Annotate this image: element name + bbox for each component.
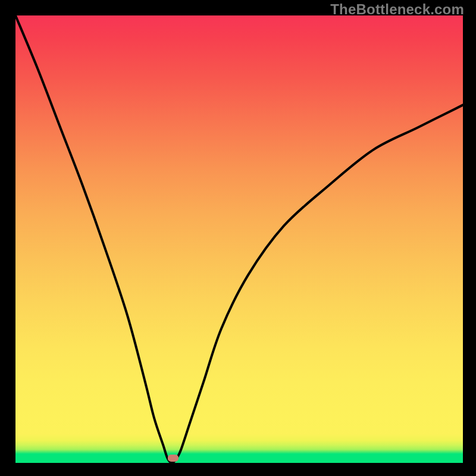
bottleneck-curve xyxy=(15,15,463,463)
curve-path xyxy=(15,15,463,463)
chart-frame: TheBottleneck.com xyxy=(0,0,476,476)
watermark-text: TheBottleneck.com xyxy=(330,1,464,18)
plot-area xyxy=(15,15,463,463)
min-marker xyxy=(168,455,178,462)
